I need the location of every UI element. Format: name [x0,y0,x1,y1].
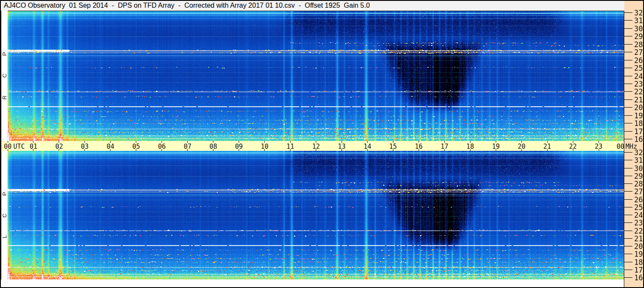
time-tick-label: 22 [566,143,579,150]
frequency-tick-label: 23 [634,219,643,227]
frequency-tick-label: 21 [634,234,643,243]
time-tick-label: 17 [438,143,451,150]
frequency-tick-label: 18 [634,258,643,267]
frequency-tick [624,231,632,231]
frequency-tick [624,176,632,176]
time-tick-label: 15 [386,143,399,150]
frequency-tick [624,168,632,168]
frequency-tick-label: 26 [634,195,643,204]
time-tick-label: 18 [464,143,476,150]
frequency-tick-label: 27 [634,48,643,57]
time-tick-label: 21 [541,143,554,150]
frequency-tick-label: 23 [634,80,643,88]
frequency-tick-label: 30 [634,24,643,33]
frequency-tick [624,36,632,36]
frequency-axis-unit: MHz [626,143,637,150]
frequency-tick [624,238,632,239]
frequency-tick-label: 22 [634,87,643,96]
frequency-tick-label: 24 [634,72,643,81]
time-tick-label: 04 [104,143,117,150]
frequency-tick-label: 17 [634,266,643,274]
frequency-tick [624,20,632,21]
frequency-tick [624,222,632,223]
frequency-tick [624,84,632,84]
time-tick-label: 02 [53,143,66,150]
frequency-axis-line [624,11,624,279]
time-tick-label: 07 [181,143,194,150]
frequency-tick-label: 27 [634,187,643,196]
frequency-tick-label: 25 [634,64,643,72]
frequency-tick-label: 25 [634,203,643,212]
time-tick-label: 11 [284,143,297,150]
frequency-tick [624,68,632,68]
time-tick-label: 03 [78,143,91,150]
frequency-tick [624,12,632,13]
frequency-tick [624,199,632,200]
frequency-scale: 3231302928272625242322212019181716323130… [624,1,643,287]
frequency-tick-label: 32 [634,9,643,17]
frequency-tick [624,139,632,139]
frequency-tick-label: 31 [634,156,643,165]
time-tick-label: 01 [27,143,40,150]
frequency-tick [624,191,632,192]
title-bar: AJ4CO Observatory 01 Sep 2014 - DPS on T… [1,1,624,11]
time-tick-label: 19 [489,143,502,150]
frequency-tick [624,131,632,132]
frequency-tick-label: 26 [634,56,643,65]
frequency-tick [624,115,632,116]
frequency-tick [624,76,632,76]
time-tick-label: 00 [1,143,14,150]
time-axis: 0001020304050607080910111213141516171819… [1,141,624,151]
frequency-tick-label: 31 [634,16,643,25]
frequency-tick-label: 28 [634,180,643,188]
frequency-tick-label: 20 [634,103,643,112]
frequency-tick-label: 28 [634,40,643,49]
bottom-margin [1,279,624,287]
frequency-tick [624,28,632,29]
frequency-tick [624,160,632,160]
frequency-tick-label: 29 [634,172,643,180]
frequency-tick-label: 19 [634,111,643,120]
window-title: AJ4CO Observatory 01 Sep 2014 - DPS on T… [4,2,370,9]
time-tick-label: 00 [613,143,624,150]
frequency-tick [624,152,632,153]
frequency-tick-label: 18 [634,119,643,128]
frequency-tick-label: 20 [634,242,643,251]
frequency-tick [624,246,632,246]
time-tick-label: 09 [233,143,246,150]
frequency-tick [624,44,632,45]
frequency-tick [624,99,632,100]
time-tick-label: 14 [361,143,374,150]
time-tick-label: 08 [207,143,220,150]
time-tick-label: 13 [335,143,348,150]
left-margin-rcp: R C P [1,11,8,141]
frequency-tick [624,254,632,254]
frequency-tick-label: 29 [634,32,643,41]
frequency-tick-label: 17 [634,127,643,136]
time-tick-label: 10 [258,143,271,150]
spectrogram-lcp-heatmap [8,151,624,279]
time-tick-label: 05 [130,143,143,150]
time-tick-label: 06 [156,143,168,150]
frequency-tick [624,183,632,184]
time-tick-label: 23 [592,143,605,150]
frequency-tick [624,277,632,278]
frequency-tick [624,52,632,52]
frequency-tick [624,207,632,207]
frequency-tick [624,91,632,92]
frequency-tick-label: 19 [634,250,643,258]
frequency-tick-label: 16 [634,273,643,282]
time-axis-unit: UTC [13,143,25,150]
time-tick-label: 12 [310,143,323,150]
frequency-tick [624,107,632,108]
frequency-tick-label: 21 [634,96,643,104]
frequency-tick-label: 24 [634,211,643,219]
left-margin-lcp: L C P [1,151,8,279]
frequency-tick-label: 22 [634,227,643,235]
frequency-tick [624,123,632,123]
frequency-tick [624,262,632,262]
polarization-label-lcp: L C P [1,189,8,241]
time-tick-label: 16 [412,143,425,150]
frequency-tick [624,60,632,60]
spectrograph-window: AJ4CO Observatory 01 Sep 2014 - DPS on T… [0,0,644,288]
